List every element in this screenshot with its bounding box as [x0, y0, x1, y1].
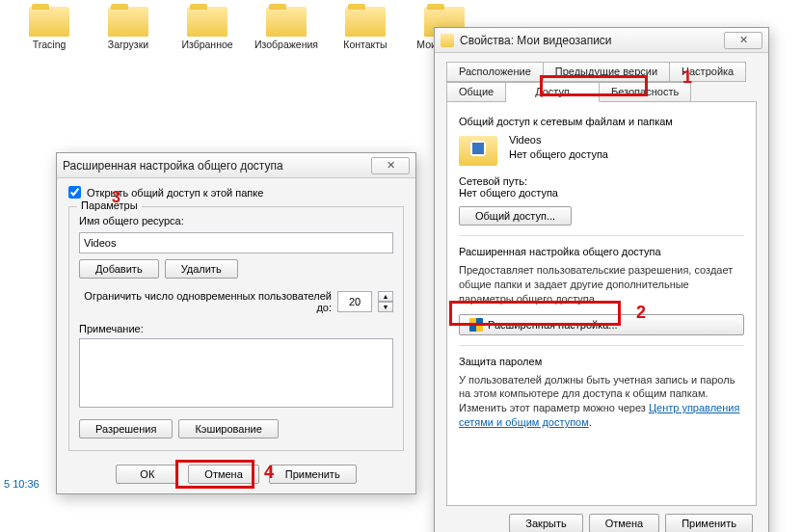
- password-desc: У пользователей должны быть учетная запи…: [459, 373, 744, 430]
- parameters-groupbox: Параметры Имя общего ресурса: Добавить У…: [68, 206, 404, 451]
- explorer-item-label: Загрузки: [108, 39, 148, 50]
- tab-sharing[interactable]: Доступ: [506, 82, 600, 102]
- tab-location[interactable]: Расположение: [446, 62, 544, 82]
- netpath-value: Нет общего доступа: [459, 187, 744, 199]
- titlebar[interactable]: Расширенная настройка общего доступа ✕: [57, 153, 415, 178]
- properties-window: Свойства: Мои видеозаписи ✕ Расположение…: [434, 27, 769, 532]
- share-folder-checkbox[interactable]: [68, 186, 81, 199]
- groupbox-legend: Параметры: [77, 200, 142, 211]
- dialog-button-row: Закрыть Отмена Применить: [446, 506, 757, 532]
- advanced-sharing-button-label: Расширенная настройка...: [488, 319, 618, 331]
- tab-security[interactable]: Безопасность: [600, 82, 691, 102]
- apply-button[interactable]: Применить: [665, 514, 753, 532]
- tab-prev-versions[interactable]: Предыдущие версии: [544, 62, 670, 82]
- share-name: Videos: [509, 133, 744, 147]
- explorer-item-label: Контакты: [343, 39, 387, 50]
- spin-down-icon[interactable]: ▼: [378, 302, 393, 312]
- tabs-row-2: Общие Доступ Безопасность: [446, 81, 757, 101]
- folder-icon: [441, 34, 454, 47]
- limit-label: Ограничить число одновременных пользоват…: [79, 290, 332, 313]
- close-icon[interactable]: ✕: [371, 157, 410, 174]
- explorer-item[interactable]: Контакты: [335, 2, 395, 50]
- ok-button[interactable]: ОК: [116, 465, 178, 484]
- tabs-row-1: Расположение Предыдущие версии Настройка: [446, 61, 757, 81]
- explorer-item-label: Избранное: [181, 39, 232, 50]
- apply-button[interactable]: Применить: [269, 465, 357, 484]
- note-textarea[interactable]: [79, 338, 393, 408]
- timestamp: 5 10:36: [4, 478, 40, 490]
- advanced-sharing-dialog: Расширенная настройка общего доступа ✕ О…: [56, 152, 416, 494]
- explorer-item-label: Tracing: [33, 39, 67, 50]
- divider: [459, 235, 744, 236]
- dialog-button-row: ОК Отмена Применить: [68, 465, 404, 484]
- explorer-item-label: Изображения: [254, 39, 318, 50]
- cancel-button[interactable]: Отмена: [589, 514, 659, 532]
- advanced-sharing-button[interactable]: Расширенная настройка...: [459, 314, 744, 335]
- permissions-button[interactable]: Разрешения: [79, 419, 173, 439]
- tab-customize[interactable]: Настройка: [670, 62, 746, 82]
- window-title: Свойства: Мои видеозаписи: [460, 34, 724, 47]
- share-folder-checkbox-label: Открыть общий доступ к этой папке: [87, 187, 263, 199]
- window-title: Расширенная настройка общего доступа: [63, 159, 371, 173]
- folder-icon: [108, 4, 148, 37]
- titlebar[interactable]: Свойства: Мои видеозаписи ✕: [435, 28, 768, 53]
- section-password-title: Защита паролем: [459, 356, 744, 367]
- explorer-item[interactable]: Загрузки: [98, 2, 158, 50]
- caching-button[interactable]: Кэширование: [178, 419, 278, 439]
- note-label: Примечание:: [79, 323, 393, 334]
- tabpanel-sharing: Общий доступ к сетевым файлам и папкам V…: [446, 101, 757, 506]
- share-status: Нет общего доступа: [509, 147, 744, 162]
- sharename-input[interactable]: [79, 232, 393, 253]
- advanced-desc: Предоставляет пользовательские разрешени…: [459, 263, 744, 306]
- folder-icon: [29, 4, 69, 37]
- tab-general[interactable]: Общие: [446, 82, 506, 102]
- folder-icon: [266, 4, 307, 37]
- netpath-label: Сетевой путь:: [459, 175, 744, 187]
- period: .: [589, 416, 592, 428]
- section-advanced-title: Расширенная настройка общего доступа: [459, 246, 744, 257]
- add-button[interactable]: Добавить: [79, 259, 159, 279]
- section-network-title: Общий доступ к сетевым файлам и папкам: [459, 116, 744, 127]
- explorer-item[interactable]: Избранное: [177, 2, 237, 50]
- spin-up-icon[interactable]: ▲: [378, 291, 393, 302]
- divider: [459, 345, 744, 346]
- explorer-item[interactable]: Tracing: [19, 2, 79, 50]
- explorer-item[interactable]: Изображения: [256, 2, 316, 50]
- delete-button[interactable]: Удалить: [165, 259, 238, 279]
- folder-icon: [187, 4, 227, 37]
- sharename-label: Имя общего ресурса:: [79, 215, 393, 226]
- folder-thumb-icon: [459, 133, 497, 166]
- close-button[interactable]: Закрыть: [509, 514, 582, 532]
- limit-users-spinner[interactable]: ▲ ▼: [378, 291, 393, 312]
- share-button[interactable]: Общий доступ...: [459, 206, 572, 226]
- close-icon[interactable]: ✕: [724, 32, 762, 49]
- limit-users-input[interactable]: [337, 291, 372, 312]
- folder-icon: [345, 4, 386, 37]
- cancel-button[interactable]: Отмена: [188, 465, 258, 484]
- share-folder-checkbox-row[interactable]: Открыть общий доступ к этой папке: [68, 186, 404, 199]
- shield-icon: [469, 318, 483, 332]
